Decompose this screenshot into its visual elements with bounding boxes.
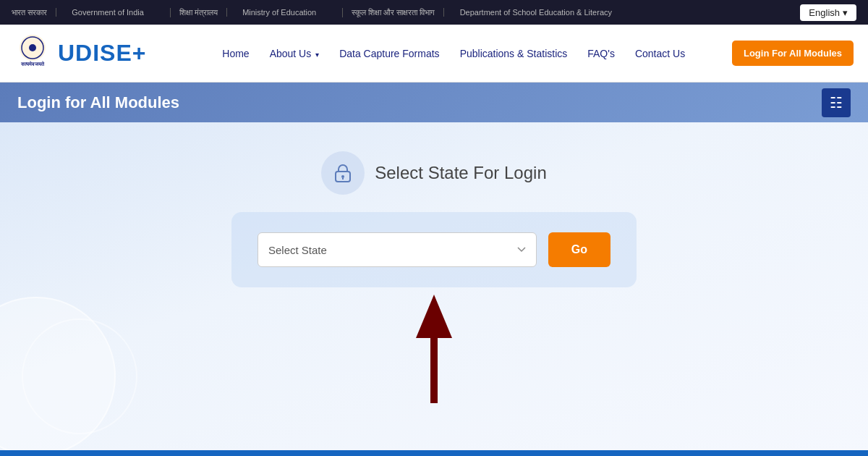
language-button[interactable]: English ▾: [800, 4, 856, 21]
bottom-bar: [0, 450, 868, 456]
state-select[interactable]: Select StateAndhra PradeshArunachal Prad…: [258, 232, 537, 267]
nav-contact[interactable]: Contact Us: [626, 42, 694, 65]
svg-text:सत्यमेव जयते: सत्यमेव जयते: [20, 61, 46, 67]
nav-data-capture[interactable]: Data Capture Formats: [331, 42, 448, 65]
arrow-annotation: [412, 295, 456, 410]
nav-about-label: About Us: [270, 48, 312, 59]
top-bar-left: भारत सरकार Government of India शिक्षा मं…: [12, 8, 647, 17]
main-content: Select State For Login Select StateAndhr…: [0, 122, 868, 456]
nav-faqs[interactable]: FAQ's: [579, 42, 624, 65]
nav-publications[interactable]: Publications & Statistics: [451, 42, 576, 65]
svg-point-5: [341, 175, 344, 178]
svg-rect-7: [430, 338, 438, 403]
document-icon: ☷: [822, 88, 851, 117]
page-title: Login for All Modules: [17, 93, 179, 112]
chevron-down-icon: ▾: [843, 7, 848, 18]
moe-label: शिक्षा मंत्रालय Ministry of Education: [179, 8, 343, 17]
select-card: Select StateAndhra PradeshArunachal Prad…: [231, 212, 637, 287]
nav-links: Home About Us ▾ Data Capture Formats Pub…: [175, 42, 732, 65]
lock-icon: [332, 162, 354, 184]
go-button[interactable]: Go: [548, 232, 610, 267]
dept-label: स्कूल शिक्षा और साक्षरता विभाग Departmen…: [352, 8, 638, 17]
nav-home[interactable]: Home: [213, 42, 258, 65]
lock-icon-circle: [321, 151, 365, 195]
chevron-down-icon: ▾: [315, 51, 319, 59]
logo-plus: +: [132, 40, 147, 67]
logo-area: सत्यमेव जयते UDISE +: [14, 33, 146, 73]
page-header: Login for All Modules ☷: [0, 83, 868, 122]
upward-arrow-icon: [412, 295, 456, 410]
select-state-title: Select State For Login: [375, 163, 546, 183]
navbar: सत्यमेव जयते UDISE + Home About Us ▾ Dat…: [0, 25, 868, 83]
logo-text: UDISE: [58, 40, 132, 67]
nav-about[interactable]: About Us ▾: [261, 42, 328, 65]
lang-label: English: [809, 7, 840, 18]
login-title-area: Select State For Login: [321, 151, 546, 195]
svg-point-2: [29, 44, 36, 51]
gov-india-label: भारत सरकार Government of India: [12, 8, 171, 17]
deco-arc: [22, 318, 137, 434]
login-all-modules-button[interactable]: Login For All Modules: [732, 41, 854, 66]
svg-marker-8: [416, 295, 452, 338]
emblem-icon: सत्यमेव जयते: [14, 33, 51, 73]
top-bar: भारत सरकार Government of India शिक्षा मं…: [0, 0, 868, 25]
